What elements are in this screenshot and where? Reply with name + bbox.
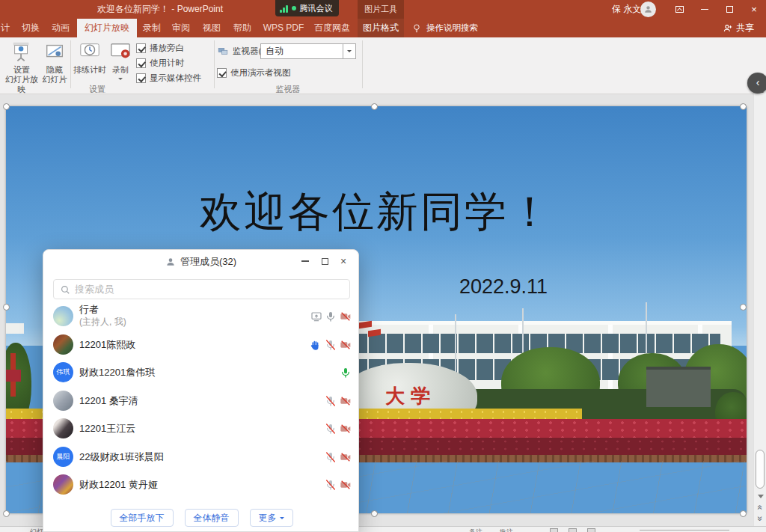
signal-bars-icon	[280, 4, 288, 13]
mic-off-icon[interactable]	[325, 423, 337, 435]
checkbox-use-timings[interactable]: 使用计时	[136, 58, 184, 69]
mic-off-icon[interactable]	[325, 451, 337, 463]
camera-off-icon[interactable]	[340, 423, 352, 435]
group-label-monitor: 监视器	[224, 84, 352, 95]
vertical-scrollbar[interactable]: « »	[753, 85, 766, 526]
search-input[interactable]	[75, 284, 343, 295]
selection-handle[interactable]	[371, 510, 378, 517]
camera-off-icon[interactable]	[340, 339, 352, 351]
more-button[interactable]: 更多	[250, 509, 293, 527]
monitor-select[interactable]: 自动	[260, 43, 356, 59]
camera-off-icon[interactable]	[340, 311, 352, 322]
setup-label-1: 设置	[13, 65, 30, 74]
tab-design-partial[interactable]: 计	[0, 19, 10, 37]
member-search-box[interactable]	[53, 279, 350, 299]
avatar	[53, 306, 73, 326]
tencent-meeting-widget[interactable]: 腾讯会议	[275, 0, 339, 16]
dialog-maximize-button[interactable]	[315, 250, 334, 272]
mic-off-icon[interactable]	[325, 395, 337, 407]
collapse-panel-button[interactable]: ‹	[747, 73, 766, 94]
selection-handle[interactable]	[740, 510, 747, 517]
minimize-icon	[301, 260, 309, 262]
tab-animations[interactable]: 动画	[46, 19, 75, 37]
mic-on-icon[interactable]	[340, 367, 352, 379]
minimize-button[interactable]	[693, 0, 716, 19]
member-row[interactable]: 行者 (主持人, 我)	[43, 300, 360, 333]
presenter-view-label: 使用演示者视图	[230, 67, 291, 79]
search-icon	[60, 284, 70, 295]
member-row[interactable]: 晨阳 22级财政1班张晨阳	[43, 443, 360, 471]
mic-icon[interactable]	[325, 311, 337, 322]
member-row[interactable]: 财政12201 黄丹娅	[43, 471, 360, 499]
mic-off-icon[interactable]	[325, 339, 337, 351]
close-button[interactable]: ×	[743, 0, 765, 19]
tab-transitions[interactable]: 切换	[16, 19, 45, 37]
zoom-slider[interactable]	[640, 530, 729, 531]
tab-review[interactable]: 审阅	[167, 19, 195, 37]
share-button[interactable]: 共享	[723, 19, 754, 37]
setup-label-2: 幻灯片放映	[5, 75, 38, 94]
mute-all-label: 全体静音	[194, 510, 230, 526]
checkbox-play-narration[interactable]: 播放旁白	[136, 43, 184, 54]
next-slide-button[interactable]: »	[754, 513, 766, 525]
camera-off-icon[interactable]	[340, 479, 352, 491]
mute-all-button[interactable]: 全体静音	[185, 509, 239, 527]
member-row[interactable]: 12201陈熙政	[43, 331, 360, 359]
dialog-minimize-button[interactable]	[295, 250, 315, 272]
user-avatar[interactable]	[640, 1, 656, 17]
play-narration-label: 播放旁白	[150, 43, 184, 54]
maximize-icon	[322, 258, 328, 265]
person-icon	[643, 4, 653, 14]
tab-help[interactable]: 帮助	[228, 19, 257, 37]
selection-handle[interactable]	[3, 304, 10, 311]
selection-handle[interactable]	[371, 103, 378, 110]
scrollbar-thumb[interactable]	[756, 450, 765, 489]
photo-flowers-edge	[6, 370, 21, 382]
raised-hand-icon[interactable]	[310, 339, 322, 351]
photo-gatehouse	[646, 367, 711, 407]
hide-slide-button[interactable]: 隐藏 幻灯片	[41, 40, 68, 85]
tab-wps-pdf[interactable]: WPS PDF	[260, 19, 307, 37]
selection-handle[interactable]	[3, 103, 10, 110]
selection-handle[interactable]	[740, 103, 747, 110]
status-comments-button[interactable]: 批注	[500, 528, 513, 532]
selection-handle[interactable]	[740, 304, 747, 311]
view-normal-icon[interactable]	[550, 528, 558, 532]
member-name: 12201陈熙政	[79, 338, 135, 352]
dialog-footer: 全部手放下 全体静音 更多	[43, 503, 360, 532]
selection-handle[interactable]	[3, 510, 10, 517]
view-slideshow-icon[interactable]	[587, 528, 595, 532]
tab-slideshow[interactable]: 幻灯片放映	[77, 19, 137, 37]
setup-slideshow-button[interactable]: 设置 幻灯片放映	[4, 40, 40, 94]
member-row[interactable]: 12201王江云	[43, 415, 360, 443]
record-button[interactable]: 录制	[108, 40, 133, 85]
screen-share-icon[interactable]	[310, 311, 322, 322]
tab-view[interactable]: 视图	[197, 19, 226, 37]
ribbon-display-options-button[interactable]	[668, 0, 690, 19]
tell-me-search[interactable]: 操作说明搜索	[411, 19, 478, 37]
tab-record[interactable]: 录制	[138, 19, 165, 37]
scroll-down-button[interactable]	[754, 490, 766, 502]
member-row[interactable]: 12201 桑宇清	[43, 387, 360, 415]
avatar: 伟琪	[53, 362, 73, 382]
rehearse-timings-button[interactable]: 排练计时	[73, 40, 107, 75]
view-sorter-icon[interactable]	[569, 528, 577, 532]
tab-picture-format[interactable]: 图片格式	[358, 19, 404, 37]
avatar	[53, 418, 73, 438]
dropdown-arrow-icon[interactable]	[343, 44, 355, 58]
member-role: (主持人, 我)	[79, 316, 126, 328]
member-row[interactable]: 伟琪 财政12201詹伟琪	[43, 358, 360, 387]
tab-baidu-netdisk[interactable]: 百度网盘	[310, 19, 354, 37]
checkbox-show-media-controls[interactable]: 显示媒体控件	[136, 73, 201, 84]
status-notes-button[interactable]: 备注	[469, 528, 482, 532]
checkbox-checked-icon	[136, 43, 146, 53]
checkbox-presenter-view[interactable]: 使用演示者视图	[217, 67, 291, 79]
camera-off-icon[interactable]	[340, 395, 352, 407]
lower-all-hands-button[interactable]: 全部手放下	[111, 509, 174, 527]
member-name: 12201 桑宇清	[79, 394, 138, 408]
maximize-button[interactable]	[718, 0, 741, 19]
dialog-close-button[interactable]: ×	[334, 250, 353, 272]
mic-off-icon[interactable]	[325, 479, 337, 491]
previous-slide-button[interactable]: «	[754, 502, 766, 513]
camera-off-icon[interactable]	[340, 451, 352, 463]
